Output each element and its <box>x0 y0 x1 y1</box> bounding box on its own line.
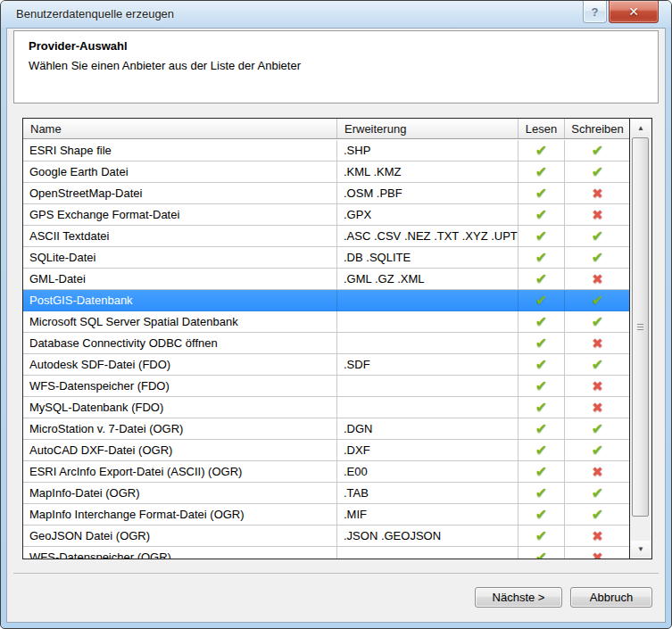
cross-icon: ✖ <box>592 378 603 394</box>
cell-extension: .JSON .GEOJSON <box>337 526 519 547</box>
cell-provider-name: ESRI ArcInfo Export-Datei (ASCII) (OGR) <box>23 461 337 483</box>
check-icon: ✔ <box>535 249 547 266</box>
check-icon: ✔ <box>592 484 603 501</box>
cell-extension: .DXF <box>337 440 519 461</box>
check-icon: ✔ <box>535 292 547 309</box>
cell-write: ✖ <box>565 461 630 483</box>
cell-read: ✔ <box>519 183 565 204</box>
cell-extension <box>337 397 519 418</box>
scroll-down-button[interactable]: ▼ <box>631 541 651 558</box>
table-row[interactable]: ESRI Shape file.SHP✔✔ <box>23 140 630 161</box>
cell-provider-name: MapInfo Interchange Format-Datei (OGR) <box>23 504 337 526</box>
table-row[interactable]: Google Earth Datei.KML .KMZ✔✔ <box>23 161 630 183</box>
table-row[interactable]: GPS Exchange Format-Datei.GPX✔✖ <box>23 204 630 226</box>
cell-extension: .SHP <box>337 140 519 161</box>
cell-write: ✖ <box>565 376 630 397</box>
cell-read: ✔ <box>519 547 565 559</box>
help-icon: ? <box>592 5 599 19</box>
column-header-name[interactable]: Name <box>23 119 337 138</box>
cell-write: ✖ <box>565 333 630 354</box>
table-row[interactable]: Autodesk SDF-Datei (FDO).SDF✔✔ <box>23 354 630 376</box>
check-icon: ✔ <box>535 484 547 501</box>
cell-extension: .OSM .PBF <box>337 183 519 204</box>
help-button[interactable]: ? <box>583 1 607 23</box>
cell-provider-name: WFS-Datenspeicher (FDO) <box>23 376 337 397</box>
table-row[interactable]: MapInfo Interchange Format-Datei (OGR).M… <box>23 504 630 526</box>
cell-read: ✔ <box>519 440 565 461</box>
cell-extension: .GPX <box>337 204 519 226</box>
window-title: Benutzerdatenquelle erzeugen <box>16 7 174 21</box>
cell-read: ✔ <box>519 161 565 183</box>
cell-extension <box>337 311 519 333</box>
cell-provider-name: WFS-Datenspeicher (OGR) <box>23 547 337 559</box>
cell-provider-name: MapInfo-Datei (OGR) <box>23 483 337 504</box>
cell-extension <box>337 333 519 354</box>
check-icon: ✔ <box>535 399 547 416</box>
table-row[interactable]: MapInfo-Datei (OGR).TAB✔✔ <box>23 483 630 504</box>
cell-read: ✔ <box>519 247 565 269</box>
table-row[interactable]: OpenStreetMap-Datei.OSM .PBF✔✖ <box>23 183 630 204</box>
check-icon: ✔ <box>535 377 547 394</box>
table-row[interactable]: ESRI ArcInfo Export-Datei (ASCII) (OGR).… <box>23 461 630 483</box>
cell-write: ✔ <box>565 440 630 461</box>
cell-write: ✔ <box>565 483 630 504</box>
check-icon: ✔ <box>535 420 547 437</box>
close-icon: ✕ <box>628 4 639 19</box>
check-icon: ✔ <box>535 335 547 352</box>
table-row[interactable]: GeoJSON Datei (OGR).JSON .GEOJSON✔✖ <box>23 526 630 547</box>
table-row[interactable]: Database Connectivity ODBC öffnen✔✖ <box>23 333 630 354</box>
scroll-up-button[interactable]: ▲ <box>631 120 651 137</box>
cell-extension <box>337 290 519 311</box>
table-row[interactable]: WFS-Datenspeicher (FDO)✔✖ <box>23 376 630 397</box>
table-row[interactable]: Microsoft SQL Server Spatial Datenbank✔✔ <box>23 311 630 333</box>
cell-read: ✔ <box>519 269 565 290</box>
cancel-button[interactable]: Abbruch <box>570 587 652 608</box>
check-icon: ✔ <box>535 206 547 223</box>
cell-read: ✔ <box>519 204 565 226</box>
cross-icon: ✖ <box>592 528 603 544</box>
cell-provider-name: GML-Datei <box>23 269 337 290</box>
table-row[interactable]: MicroStation v. 7-Datei (OGR).DGN✔✔ <box>23 418 630 440</box>
close-button[interactable]: ✕ <box>609 1 659 23</box>
table-row[interactable]: PostGIS-Datenbank✔✔ <box>23 290 630 311</box>
check-icon: ✔ <box>535 142 547 159</box>
check-icon: ✔ <box>592 442 603 459</box>
cross-icon: ✖ <box>592 550 603 559</box>
check-icon: ✔ <box>535 527 547 544</box>
next-button[interactable]: Nächste > <box>475 587 562 608</box>
column-header-write[interactable]: Schreiben <box>565 119 630 138</box>
cell-extension: .DB .SQLITE <box>337 247 519 269</box>
dialog-window: Benutzerdatenquelle erzeugen ? ✕ Provide… <box>0 0 672 629</box>
table-row[interactable]: GML-Datei.GML .GZ .XML✔✖ <box>23 269 630 290</box>
table-row[interactable]: MySQL-Datenbank (FDO)✔✖ <box>23 397 630 418</box>
table-row[interactable]: WFS-Datenspeicher (OGR)✔✖ <box>23 547 630 559</box>
column-header-extension[interactable]: Erweiterung <box>337 119 519 138</box>
cell-write: ✔ <box>565 161 630 183</box>
vertical-scrollbar[interactable]: ▲ ▼ <box>629 119 651 559</box>
cross-icon: ✖ <box>592 464 603 480</box>
cell-read: ✔ <box>519 354 565 376</box>
cell-extension: .GML .GZ .XML <box>337 269 519 290</box>
caption-buttons: ? ✕ <box>583 1 659 25</box>
wizard-header-panel: Provider-Auswahl Wählen Sie einen Anbiet… <box>13 30 659 103</box>
table-row[interactable]: ASCII Textdatei.ASC .CSV .NEZ .TXT .XYZ … <box>23 226 630 247</box>
cell-read: ✔ <box>519 526 565 547</box>
table-row[interactable]: AutoCAD DXF-Datei (OGR).DXF✔✔ <box>23 440 630 461</box>
table-row[interactable]: SQLite-Datei.DB .SQLITE✔✔ <box>23 247 630 269</box>
check-icon: ✔ <box>535 356 547 373</box>
scrollbar-thumb[interactable] <box>632 137 649 517</box>
check-icon: ✔ <box>592 142 603 159</box>
cell-extension: .SDF <box>337 354 519 376</box>
check-icon: ✔ <box>592 292 603 309</box>
column-header-read[interactable]: Lesen <box>519 119 565 138</box>
check-icon: ✔ <box>535 185 547 202</box>
page-subtitle: Wählen Sie einen Anbieter aus der Liste … <box>29 59 301 72</box>
cell-extension: .ASC .CSV .NEZ .TXT .XYZ .UPT <box>337 226 519 247</box>
cell-write: ✖ <box>565 397 630 418</box>
cell-write: ✖ <box>565 204 630 226</box>
cell-write: ✔ <box>565 226 630 247</box>
table-body: ESRI Shape file.SHP✔✔Google Earth Datei.… <box>23 140 630 559</box>
scroll-up-icon: ▲ <box>637 124 644 132</box>
cross-icon: ✖ <box>592 186 603 202</box>
cell-extension: .DGN <box>337 418 519 440</box>
